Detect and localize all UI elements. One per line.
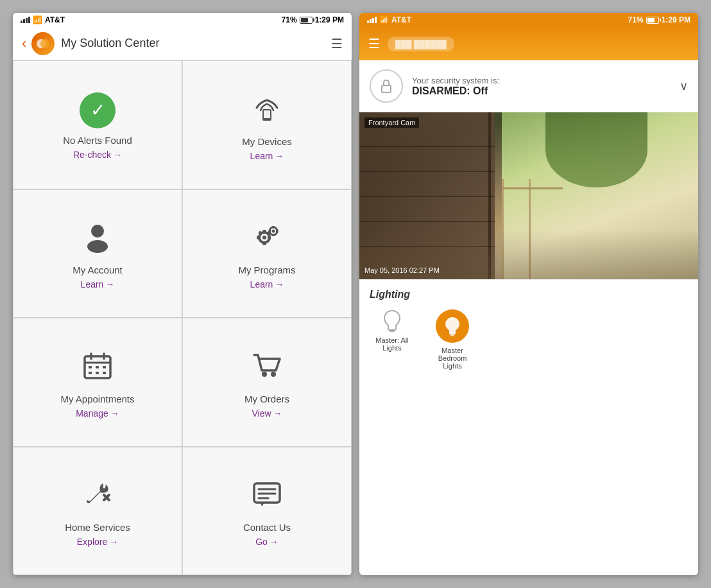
svg-point-15	[272, 230, 275, 233]
home-services-icon	[81, 477, 114, 515]
svg-rect-19	[276, 230, 278, 233]
wifi-icon-right: 📶	[379, 15, 389, 24]
camera-feed	[359, 112, 698, 279]
orders-cell[interactable]: My Orders View →	[182, 318, 352, 447]
svg-rect-11	[268, 236, 271, 239]
home-services-title: Home Services	[65, 522, 130, 533]
devices-action[interactable]: Learn →	[250, 151, 284, 161]
contact-title: Contact Us	[243, 522, 291, 533]
svg-rect-3	[264, 110, 270, 118]
devices-title: My Devices	[242, 136, 292, 147]
programs-icon	[250, 220, 284, 258]
carrier-label-right: AT&T	[391, 15, 411, 24]
svg-point-1	[40, 39, 49, 48]
devices-cell[interactable]: My Devices Learn →	[182, 60, 352, 189]
nav-bar: ‹ My Solution Center ☰	[13, 27, 352, 60]
svg-point-5	[87, 240, 108, 253]
svg-point-7	[262, 236, 266, 239]
svg-rect-9	[262, 242, 266, 245]
contact-icon	[250, 477, 284, 515]
status-bar-right: 📶 AT&T 71% 1:29 PM	[359, 13, 698, 27]
alerts-title: No Alerts Found	[63, 135, 132, 146]
app-logo	[31, 32, 55, 55]
time-label-right: 1:29 PM	[662, 15, 690, 24]
light-master-all-label: Master: All Lights	[370, 336, 415, 352]
hamburger-icon[interactable]: ☰	[368, 36, 380, 51]
solution-grid: ✓ No Alerts Found Re-check →	[13, 60, 352, 575]
home-services-action[interactable]: Explore →	[77, 537, 118, 547]
account-title: My Account	[73, 264, 123, 275]
programs-cell[interactable]: My Programs Learn →	[182, 189, 352, 318]
battery-icon	[300, 17, 313, 24]
svg-point-31	[271, 372, 276, 377]
account-action[interactable]: Learn →	[81, 279, 115, 290]
wifi-icon: 📶	[33, 15, 42, 24]
devices-icon	[250, 91, 284, 130]
security-label: Your security system is:	[412, 76, 680, 85]
signal-icon-right	[367, 17, 377, 23]
svg-rect-17	[272, 234, 275, 237]
orange-header: ☰ ███ ██████	[359, 27, 698, 60]
programs-title: My Programs	[238, 264, 295, 275]
svg-rect-38	[382, 85, 391, 92]
appointments-cell[interactable]: My Appointments Manage →	[13, 318, 182, 447]
menu-button[interactable]: ☰	[331, 36, 343, 51]
orders-icon	[250, 349, 284, 387]
svg-rect-10	[257, 236, 260, 239]
svg-rect-25	[96, 366, 99, 368]
svg-rect-18	[269, 230, 271, 233]
header-title: ███ ██████	[388, 37, 454, 51]
account-cell[interactable]: My Account Learn →	[13, 189, 182, 318]
bulb-on-icon	[436, 309, 469, 343]
camera-timestamp: May 05, 2016 02:27 PM	[364, 266, 440, 274]
appointments-title: My Appointments	[60, 393, 134, 404]
light-master-bedroom[interactable]: Master Bedroom Lights	[430, 309, 475, 370]
time-label: 1:29 PM	[315, 15, 344, 24]
programs-action[interactable]: Learn →	[250, 279, 284, 290]
svg-rect-26	[103, 366, 106, 368]
svg-rect-41	[450, 334, 455, 335]
svg-rect-29	[103, 372, 106, 374]
account-icon	[81, 220, 114, 258]
signal-icon	[21, 17, 30, 23]
light-master-all[interactable]: Master: All Lights	[370, 309, 415, 352]
security-text: Your security system is: DISARMED: Off	[412, 76, 680, 97]
svg-rect-27	[89, 372, 92, 374]
svg-rect-8	[262, 230, 266, 233]
svg-rect-28	[96, 372, 99, 374]
lock-icon	[370, 69, 403, 103]
svg-rect-42	[450, 335, 454, 336]
security-status: DISARMED: Off	[412, 85, 680, 97]
page-title: My Solution Center	[61, 37, 331, 50]
appointments-action[interactable]: Manage →	[76, 408, 119, 419]
chevron-down-icon[interactable]: ∨	[680, 79, 688, 93]
lighting-section: Lighting Master: All Lights	[359, 279, 698, 379]
svg-point-30	[262, 372, 267, 377]
svg-rect-24	[89, 366, 92, 368]
contact-action[interactable]: Go →	[255, 537, 278, 547]
status-bar-left: 📶 AT&T 71% 1:29 PM	[13, 13, 352, 27]
orders-title: My Orders	[244, 393, 289, 404]
battery-percent-right: 71%	[628, 15, 644, 24]
camera-label: Frontyard Cam	[364, 117, 419, 128]
lighting-title: Lighting	[370, 289, 688, 300]
light-master-bedroom-label: Master Bedroom Lights	[430, 347, 475, 370]
check-icon: ✓	[80, 92, 116, 128]
camera-section: Frontyard Cam May 05, 2016 02:27 PM	[359, 112, 698, 279]
home-services-cell[interactable]: Home Services Explore →	[13, 447, 182, 576]
left-phone: 📶 AT&T 71% 1:29 PM ‹ My Solution Center	[13, 13, 352, 575]
svg-rect-39	[389, 329, 395, 331]
security-section[interactable]: Your security system is: DISARMED: Off ∨	[359, 60, 698, 112]
back-button[interactable]: ‹	[22, 35, 26, 52]
battery-icon-right	[646, 17, 659, 24]
bulb-off-icon	[381, 309, 404, 333]
svg-rect-16	[272, 226, 275, 229]
right-phone: 📶 AT&T 71% 1:29 PM ☰ ███ ██████	[359, 13, 698, 575]
orders-action[interactable]: View →	[252, 408, 282, 419]
svg-point-4	[91, 225, 104, 238]
contact-cell[interactable]: Contact Us Go →	[182, 447, 352, 576]
appointments-icon	[81, 349, 114, 387]
alerts-cell[interactable]: ✓ No Alerts Found Re-check →	[13, 60, 182, 189]
lights-row: Master: All Lights Master Bedroom Lights	[370, 309, 688, 370]
alerts-action[interactable]: Re-check →	[73, 150, 122, 160]
